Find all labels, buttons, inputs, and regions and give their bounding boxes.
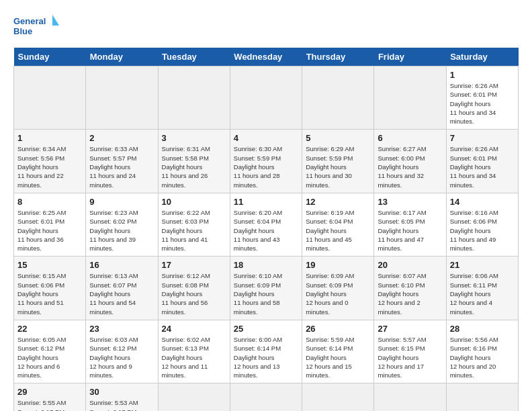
day-number: 24 [162, 324, 226, 334]
calendar-cell [158, 383, 230, 411]
day-number: 13 [378, 197, 442, 207]
calendar-cell: 23Sunrise: 6:03 AMSunset: 6:12 PMDayligh… [86, 320, 158, 383]
day-number: 4 [234, 133, 298, 143]
calendar-cell: 30Sunrise: 5:53 AMSunset: 6:17 PMDayligh… [86, 383, 158, 411]
calendar-cell: 27Sunrise: 5:57 AMSunset: 6:15 PMDayligh… [374, 320, 446, 383]
day-number: 17 [162, 260, 226, 270]
day-number: 26 [306, 324, 370, 334]
week-row-4: 15Sunrise: 6:15 AMSunset: 6:06 PMDayligh… [14, 257, 519, 320]
cell-info: Sunrise: 5:57 AMSunset: 6:15 PMDaylight … [378, 335, 442, 379]
logo-svg: General Blue [13, 13, 60, 39]
cell-info: Sunrise: 6:07 AMSunset: 6:10 PMDaylight … [378, 271, 442, 316]
calendar-table: SundayMondayTuesdayWednesdayThursdayFrid… [13, 48, 519, 411]
col-header-tuesday: Tuesday [158, 48, 230, 66]
day-number: 2 [89, 133, 154, 143]
cell-info: Sunrise: 6:23 AMSunset: 6:02 PMDaylight … [89, 208, 154, 253]
week-row-5: 22Sunrise: 6:05 AMSunset: 6:12 PMDayligh… [14, 320, 519, 383]
col-header-thursday: Thursday [302, 48, 374, 66]
calendar-cell: 14Sunrise: 6:16 AMSunset: 6:06 PMDayligh… [446, 193, 518, 256]
day-number: 16 [89, 260, 154, 270]
calendar-cell [302, 383, 374, 411]
day-number: 8 [17, 197, 82, 207]
cell-info: Sunrise: 6:00 AMSunset: 6:14 PMDaylight … [234, 335, 298, 379]
cell-info: Sunrise: 6:30 AMSunset: 5:59 PMDaylight … [234, 144, 298, 189]
col-header-sunday: Sunday [14, 48, 86, 66]
svg-text:General: General [13, 16, 46, 26]
col-header-friday: Friday [374, 48, 446, 66]
day-number: 25 [234, 324, 298, 334]
calendar-cell: 12Sunrise: 6:19 AMSunset: 6:04 PMDayligh… [302, 193, 374, 256]
cell-info: Sunrise: 5:59 AMSunset: 6:14 PMDaylight … [306, 335, 370, 379]
day-number: 12 [306, 197, 370, 207]
calendar-cell: 5Sunrise: 6:29 AMSunset: 5:59 PMDaylight… [302, 130, 374, 193]
col-header-saturday: Saturday [446, 48, 518, 66]
day-number: 3 [162, 133, 226, 143]
cell-info: Sunrise: 6:13 AMSunset: 6:07 PMDaylight … [89, 271, 154, 316]
cell-info: Sunrise: 6:06 AMSunset: 6:11 PMDaylight … [450, 271, 515, 316]
calendar-cell: 2Sunrise: 6:33 AMSunset: 5:57 PMDaylight… [86, 130, 158, 193]
cell-info: Sunrise: 6:22 AMSunset: 6:03 PMDaylight … [162, 208, 226, 253]
calendar-cell: 25Sunrise: 6:00 AMSunset: 6:14 PMDayligh… [230, 320, 302, 383]
svg-marker-2 [52, 15, 59, 26]
cell-info: Sunrise: 6:12 AMSunset: 6:08 PMDaylight … [162, 271, 226, 316]
week-row-6: 29Sunrise: 5:55 AMSunset: 6:17 PMDayligh… [14, 383, 519, 411]
week-row-2: 1Sunrise: 6:34 AMSunset: 5:56 PMDaylight… [14, 130, 519, 193]
calendar-cell [302, 66, 374, 130]
logo: General Blue [13, 13, 60, 39]
day-number: 9 [89, 197, 154, 207]
cell-info: Sunrise: 6:29 AMSunset: 5:59 PMDaylight … [306, 144, 370, 189]
day-number: 30 [89, 387, 154, 397]
calendar-cell: 8Sunrise: 6:25 AMSunset: 6:01 PMDaylight… [14, 193, 86, 256]
calendar-cell [14, 66, 86, 130]
calendar-cell: 29Sunrise: 5:55 AMSunset: 6:17 PMDayligh… [14, 383, 86, 411]
cell-info: Sunrise: 6:17 AMSunset: 6:05 PMDaylight … [378, 208, 442, 253]
day-number: 28 [450, 324, 515, 334]
calendar-cell [446, 383, 518, 411]
cell-info: Sunrise: 6:03 AMSunset: 6:12 PMDaylight … [89, 335, 154, 379]
col-header-monday: Monday [86, 48, 158, 66]
cell-info: Sunrise: 6:10 AMSunset: 6:09 PMDaylight … [234, 271, 298, 316]
calendar-cell: 21Sunrise: 6:06 AMSunset: 6:11 PMDayligh… [446, 257, 518, 320]
calendar-cell: 18Sunrise: 6:10 AMSunset: 6:09 PMDayligh… [230, 257, 302, 320]
cell-info: Sunrise: 6:20 AMSunset: 6:04 PMDaylight … [234, 208, 298, 253]
calendar-cell [374, 383, 446, 411]
calendar-cell: 17Sunrise: 6:12 AMSunset: 6:08 PMDayligh… [158, 257, 230, 320]
day-number: 20 [378, 260, 442, 270]
day-number: 19 [306, 260, 370, 270]
cell-info: Sunrise: 6:02 AMSunset: 6:13 PMDaylight … [162, 335, 226, 379]
calendar-cell: 10Sunrise: 6:22 AMSunset: 6:03 PMDayligh… [158, 193, 230, 256]
calendar-cell: 11Sunrise: 6:20 AMSunset: 6:04 PMDayligh… [230, 193, 302, 256]
calendar-cell: 3Sunrise: 6:31 AMSunset: 5:58 PMDaylight… [158, 130, 230, 193]
day-number: 14 [450, 197, 515, 207]
calendar-cell: 7Sunrise: 6:26 AMSunset: 6:01 PMDaylight… [446, 130, 518, 193]
calendar-cell [86, 66, 158, 130]
cell-info: Sunrise: 6:26 AMSunset: 6:01 PMDaylight … [450, 81, 515, 126]
cell-info: Sunrise: 6:27 AMSunset: 6:00 PMDaylight … [378, 144, 442, 189]
calendar-cell: 6Sunrise: 6:27 AMSunset: 6:00 PMDaylight… [374, 130, 446, 193]
calendar-cell: 13Sunrise: 6:17 AMSunset: 6:05 PMDayligh… [374, 193, 446, 256]
day-number: 10 [162, 197, 226, 207]
calendar-cell [158, 66, 230, 130]
day-number: 23 [89, 324, 154, 334]
cell-info: Sunrise: 5:55 AMSunset: 6:17 PMDaylight … [17, 398, 82, 411]
cell-info: Sunrise: 6:05 AMSunset: 6:12 PMDaylight … [17, 335, 82, 379]
cell-info: Sunrise: 6:33 AMSunset: 5:57 PMDaylight … [89, 144, 154, 189]
day-number: 29 [17, 387, 82, 397]
calendar-cell: 20Sunrise: 6:07 AMSunset: 6:10 PMDayligh… [374, 257, 446, 320]
day-number: 18 [234, 260, 298, 270]
cell-info: Sunrise: 5:56 AMSunset: 6:16 PMDaylight … [450, 335, 515, 379]
day-number: 1 [450, 70, 515, 80]
cell-info: Sunrise: 6:09 AMSunset: 6:09 PMDaylight … [306, 271, 370, 316]
calendar-cell: 16Sunrise: 6:13 AMSunset: 6:07 PMDayligh… [86, 257, 158, 320]
calendar-cell [230, 383, 302, 411]
day-number: 22 [17, 324, 82, 334]
svg-text:Blue: Blue [13, 26, 32, 36]
cell-info: Sunrise: 6:19 AMSunset: 6:04 PMDaylight … [306, 208, 370, 253]
cell-info: Sunrise: 6:34 AMSunset: 5:56 PMDaylight … [17, 144, 82, 189]
cell-info: Sunrise: 6:26 AMSunset: 6:01 PMDaylight … [450, 144, 515, 189]
calendar-cell [374, 66, 446, 130]
top-bar: General Blue [13, 13, 519, 42]
day-number: 15 [17, 260, 82, 270]
week-row-1: 1Sunrise: 6:26 AMSunset: 6:01 PMDaylight… [14, 66, 519, 130]
cell-info: Sunrise: 6:16 AMSunset: 6:06 PMDaylight … [450, 208, 515, 253]
